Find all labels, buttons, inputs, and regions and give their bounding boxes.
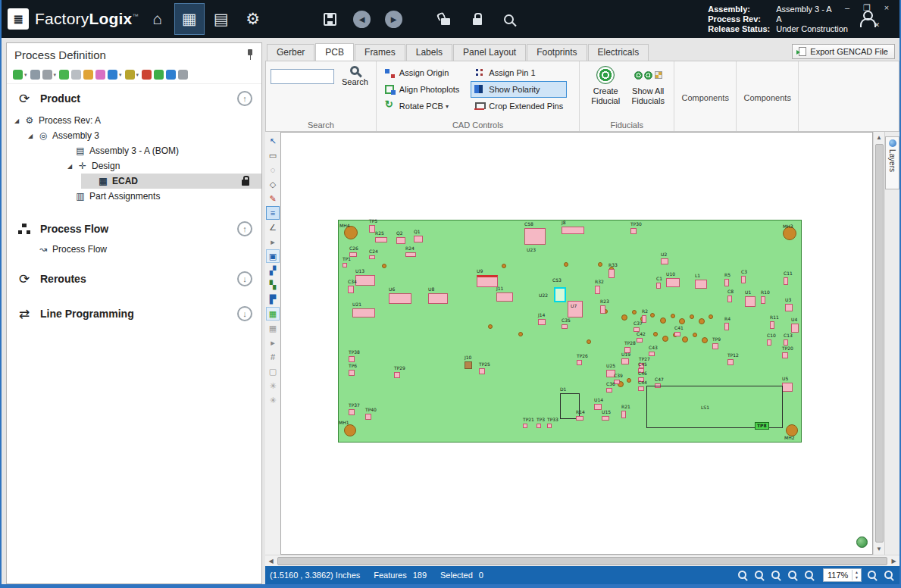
component-U2[interactable]	[661, 258, 668, 264]
component-C34[interactable]	[348, 286, 354, 293]
pcb-canvas[interactable]: MH4TP5R25Q2Q1C26C24R24TP1U13C34U6U8U21U9…	[280, 132, 873, 555]
scanline-tool-icon[interactable]: ≡	[266, 206, 280, 220]
scroll-down-icon[interactable]: ▼	[874, 543, 885, 555]
maximize-button[interactable]: ❐	[857, 2, 877, 14]
via-hole[interactable]	[709, 314, 713, 319]
print-button[interactable]	[42, 70, 52, 80]
grid-on-icon[interactable]: ▦	[266, 307, 280, 321]
crop-extended-pins-button[interactable]: Crop Extended Pins	[471, 98, 567, 114]
component-U19[interactable]	[621, 358, 629, 364]
tree-item-design[interactable]: ✛Design	[7, 158, 261, 174]
show-all-fiducials-button[interactable]: Show All Fiducials	[627, 64, 669, 107]
component-C10[interactable]	[767, 339, 771, 346]
component-TP38[interactable]	[349, 356, 355, 362]
tab-pcb[interactable]: PCB	[315, 43, 354, 61]
rotate-pcb-button[interactable]: Rotate PCB	[381, 98, 464, 114]
scroll-left-icon[interactable]: ◀	[265, 555, 277, 567]
component-Q2[interactable]	[396, 237, 405, 244]
vertical-scrollbar[interactable]: ▲ ▼	[873, 132, 884, 555]
component-R21[interactable]	[621, 411, 626, 418]
via-hole[interactable]	[679, 318, 685, 324]
section-reroutes[interactable]: ⟳Reroutes↓	[7, 264, 261, 292]
settings-gear-button[interactable]: ⚙	[238, 3, 268, 35]
tree-item-part-assignments[interactable]: ▥Part Assignments	[7, 189, 261, 204]
component-TP3[interactable]	[537, 424, 541, 428]
via-hole[interactable]	[650, 313, 655, 317]
component-TP9[interactable]	[712, 343, 718, 349]
mirror-icon[interactable]: ▛	[266, 292, 280, 306]
component-C44[interactable]	[638, 386, 644, 391]
sync-button[interactable]	[154, 70, 164, 80]
zoom-extents-icon[interactable]	[866, 569, 878, 581]
component-C35[interactable]	[562, 324, 568, 329]
horizontal-scrollbar[interactable]: ◀ ▶	[265, 555, 899, 566]
more-tools-icon[interactable]: ▸	[266, 235, 280, 249]
via-hole[interactable]	[660, 317, 666, 324]
component-U22[interactable]	[554, 287, 566, 302]
align-photoplots-button[interactable]: Align Photoplots	[381, 81, 464, 98]
via-hole[interactable]	[627, 378, 631, 383]
pan-step-icon[interactable]: ▸	[266, 336, 280, 349]
via-hole[interactable]	[598, 262, 602, 267]
component-TP12[interactable]	[727, 359, 734, 365]
scroll-right-icon[interactable]: ▶	[888, 555, 899, 567]
component-U10[interactable]	[666, 278, 680, 287]
component-C13[interactable]	[784, 339, 788, 346]
delete-button[interactable]	[59, 70, 69, 80]
print-button-caret[interactable]: ▾	[54, 72, 57, 78]
layers-tab[interactable]: Layers	[885, 136, 899, 189]
pad-mode-icon[interactable]: ▣	[266, 249, 280, 263]
assign-pin-1-button[interactable]: Assign Pin 1	[471, 64, 567, 81]
process-definition-button[interactable]: ▦	[174, 3, 205, 35]
redo-button[interactable]: ▶	[379, 3, 409, 35]
assign-origin-button[interactable]: Assign Origin	[381, 64, 464, 81]
component-C36[interactable]	[606, 388, 612, 393]
expander-icon[interactable]	[28, 133, 37, 139]
pause-button[interactable]	[178, 70, 188, 80]
components-group-1[interactable]: Components	[674, 61, 737, 131]
via-hole[interactable]	[653, 332, 658, 336]
tree-item-ecad[interactable]: ▦ECAD	[7, 174, 261, 189]
component-R33[interactable]	[608, 269, 615, 278]
record-button[interactable]	[142, 70, 152, 80]
show-polarity-button[interactable]: Show Polarity	[471, 81, 567, 98]
component-TP1[interactable]	[343, 263, 347, 267]
via-hole[interactable]	[502, 264, 506, 268]
tree-item-assembly-3-a-bom-[interactable]: ▤Assembly 3 - A (BOM)	[7, 143, 261, 158]
tree-item-assembly-3[interactable]: ◎Assembly 3	[7, 128, 261, 143]
documents-button[interactable]: ▤	[206, 3, 236, 35]
via-hole[interactable]	[488, 324, 493, 329]
via-hole[interactable]	[621, 314, 627, 321]
key-button[interactable]	[83, 70, 93, 80]
search-button[interactable]: Search	[339, 64, 371, 88]
pointer-select-icon[interactable]: ↖	[266, 134, 280, 148]
component-U4[interactable]	[791, 324, 799, 333]
component-R10[interactable]	[761, 296, 765, 304]
component-C3[interactable]	[741, 276, 746, 283]
component-D1[interactable]	[560, 393, 580, 419]
component-U5[interactable]	[782, 383, 793, 392]
collapse-up-icon[interactable]: ↑	[237, 91, 252, 106]
lasso-select-icon[interactable]: ◌	[266, 163, 280, 177]
marquee-select-icon[interactable]: ▭	[266, 149, 280, 162]
component-C11[interactable]	[784, 277, 788, 285]
close-button[interactable]: ×	[877, 2, 896, 14]
vertical-scroll-thumb[interactable]	[875, 144, 884, 543]
component-L1[interactable]	[695, 280, 707, 289]
component-TP37[interactable]	[349, 409, 355, 415]
expander-icon[interactable]	[67, 163, 77, 170]
save-button[interactable]	[315, 3, 346, 35]
import-package-button-caret[interactable]: ▾	[136, 72, 139, 78]
component-C24[interactable]	[369, 255, 375, 259]
component-C43[interactable]	[649, 352, 655, 356]
component-TP21[interactable]	[523, 424, 527, 428]
audit-search-button[interactable]	[494, 3, 524, 35]
search-input[interactable]	[271, 69, 334, 84]
tab-footprints[interactable]: Footprints	[527, 44, 587, 61]
via-hole[interactable]	[690, 314, 694, 319]
component-J10[interactable]	[465, 361, 472, 369]
home-button[interactable]: ⌂	[142, 3, 173, 35]
section-process-flow[interactable]: Process Flow↑	[7, 214, 261, 242]
horizontal-scroll-thumb[interactable]	[277, 557, 887, 565]
tab-gerber[interactable]: Gerber	[267, 44, 314, 61]
